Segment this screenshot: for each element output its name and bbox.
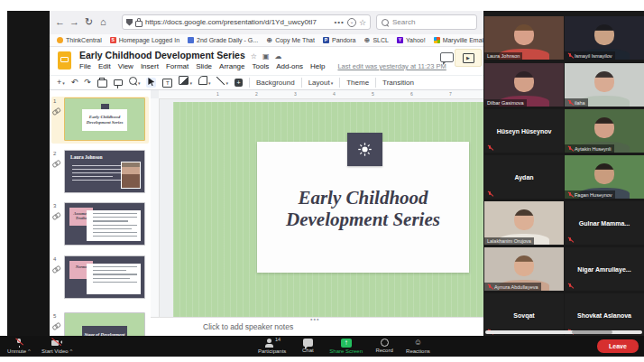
smore-icon: S	[110, 37, 116, 43]
page-actions-icon[interactable]: •••	[335, 18, 345, 26]
transition-button[interactable]: Transition	[382, 79, 414, 87]
last-edit-link[interactable]: Last edit was yesterday at 11:23 PM	[337, 62, 446, 70]
audio-options-caret[interactable]: ^	[28, 348, 31, 354]
bookmark-thinkcentral[interactable]: ThinkCentral	[57, 37, 102, 43]
menu-tools[interactable]: Tools	[253, 62, 270, 70]
undo-button[interactable]: ↶	[71, 76, 78, 89]
paint-format-button[interactable]	[114, 79, 123, 86]
menu-arrange[interactable]: Arrange	[219, 62, 244, 70]
theme-button[interactable]: Theme	[346, 79, 369, 87]
reactions-button[interactable]: ☺ Reactions	[406, 338, 430, 354]
zoom-button[interactable]: ▾	[129, 76, 141, 90]
mic-muted-icon	[567, 237, 573, 243]
print-button[interactable]	[97, 79, 107, 88]
sun-badge[interactable]	[347, 133, 382, 166]
background-button[interactable]: Background	[256, 79, 295, 87]
participant-tile-ilaha[interactable]: ilaha	[565, 63, 644, 107]
forward-button[interactable]: →	[69, 15, 79, 28]
select-tool-button[interactable]	[146, 78, 156, 88]
record-button[interactable]: Record	[373, 338, 396, 354]
participant-tile-laura-johnson[interactable]: Laura Johnson	[484, 16, 564, 60]
insert-line-button[interactable]: ▾	[216, 76, 228, 90]
new-slide-button[interactable]: +▾	[57, 76, 65, 90]
bookmark-maryville-email[interactable]: Maryville Email	[434, 37, 483, 43]
menu-format[interactable]: Format	[166, 62, 189, 70]
menu-slide[interactable]: Slide	[196, 62, 212, 70]
menu-view[interactable]: View	[118, 62, 133, 70]
menu-help[interactable]: Help	[310, 62, 325, 70]
chat-button[interactable]: Chat	[296, 338, 319, 354]
participant-tile-huseyn-huseynov[interactable]: Hüseyn Hüseynov	[484, 109, 564, 153]
document-title[interactable]: Early Childhood Development Series☆▣☁	[79, 50, 282, 60]
participant-tile-ismayil-ismayilov[interactable]: Ismayil Ismayilov	[565, 16, 644, 60]
present-button[interactable]: ▶	[455, 49, 482, 67]
text-box-button[interactable]: T	[162, 79, 172, 88]
participant-tile-gulnar[interactable]: Gulnar Mamma...	[565, 201, 644, 245]
url-bar[interactable]: https://docs.google.com/presentation/d/1…	[122, 14, 371, 30]
tracking-shield-icon[interactable]	[126, 19, 133, 26]
menu-insert[interactable]: Insert	[141, 62, 159, 70]
participant-tile-shovkat-aslanova[interactable]: Shovkat Aslanova	[565, 293, 644, 336]
bookmark-star-icon[interactable]: ☆	[359, 18, 366, 27]
menu-file[interactable]: File	[79, 62, 91, 70]
menu-addons[interactable]: Add-ons	[276, 62, 303, 70]
unmute-button[interactable]: Unmute^	[7, 338, 31, 354]
zoom-toolbar: Unmute^ Start Video^ 14 Participants Cha…	[0, 336, 644, 357]
bookmark-pandora[interactable]: PPandora	[323, 37, 355, 43]
participant-tile-aynura-abdullayeva[interactable]: Aynura Abdullayeva	[484, 247, 564, 291]
leave-button[interactable]: Leave	[597, 339, 639, 353]
home-button[interactable]: ⌂	[100, 15, 106, 28]
bookmark-yahoo[interactable]: YYahoo!	[397, 37, 426, 43]
link-icon	[52, 160, 60, 167]
insert-image-button[interactable]: ▾	[179, 76, 192, 90]
participant-tile-aytakin-huseynli[interactable]: Aytakin Huseynli	[565, 109, 644, 153]
slide-title-text[interactable]: Early Childhood Development Series	[257, 187, 469, 230]
reload-button[interactable]: ↻	[85, 15, 93, 28]
participant-tile-dilbar-gasimova[interactable]: Dilbar Gasimova	[484, 63, 564, 107]
participant-tile-fagan-huseynov[interactable]: Fagan Huseynov	[565, 155, 644, 199]
bookmark-homepage[interactable]: SHomepage Logged In	[110, 37, 179, 43]
slide-thumbnail-3[interactable]: 3 Assumed Truths	[51, 201, 149, 248]
url-text[interactable]: https://docs.google.com/presentation/d/1…	[145, 18, 332, 26]
menu-edit[interactable]: Edit	[98, 62, 111, 70]
start-video-button[interactable]: Start Video^	[41, 338, 72, 354]
participant-tile-nigar[interactable]: Nigar Amrullaye...	[565, 247, 644, 291]
slide-thumbnail-5[interactable]: 5 Stage of Development	[51, 311, 149, 336]
back-button[interactable]: ←	[55, 15, 65, 28]
slide-thumbnail-2[interactable]: 2 Laura Johnson	[51, 149, 149, 196]
participants-button[interactable]: 14 Participants	[258, 338, 286, 354]
notes-resize-handle[interactable]: •••	[310, 316, 319, 322]
slide-thumbnail-1[interactable]: 1 Early Childhood Development Series	[51, 97, 149, 144]
search-bar[interactable]: Search	[376, 14, 477, 30]
cloud-status-icon: ☁	[275, 52, 282, 60]
gallery-scrollbar[interactable]	[485, 330, 642, 334]
slide-number: 5	[53, 313, 56, 319]
layout-button[interactable]: Layout▾	[308, 79, 334, 87]
bookmark-2nd-grade-daily[interactable]: 2nd Grade Daily - G...	[188, 37, 258, 43]
search-placeholder[interactable]: Search	[392, 18, 415, 26]
participant-tile-lalakhanim-orujova[interactable]: Lalakhanim Orujova	[484, 201, 564, 245]
notes-placeholder[interactable]: Click to add speaker notes	[203, 322, 293, 331]
comments-icon[interactable]	[440, 52, 454, 62]
slide-thumbnail-4[interactable]: 4 Norms	[51, 255, 149, 302]
participant-tile-sovqat[interactable]: Sovqat	[484, 293, 564, 336]
pandora-icon: P	[323, 37, 329, 43]
slide-canvas[interactable]: 1 2 3 4 5 6 7 Early Childhood Developmen…	[151, 90, 483, 336]
bookmark-slcl[interactable]: ⊕SLCL	[363, 37, 389, 43]
participant-name: Hüseyn Hüseynov	[484, 109, 564, 153]
sun-icon	[357, 142, 373, 157]
participant-tile-aydan[interactable]: Aydan	[484, 155, 564, 199]
insert-comment-button[interactable]: +	[235, 79, 243, 87]
current-slide[interactable]: Early Childhood Development Series	[173, 102, 483, 317]
video-options-caret[interactable]: ^	[70, 348, 73, 354]
redo-button[interactable]: ↷	[84, 76, 91, 89]
speaker-notes-bar[interactable]: ••• Click to add speaker notes	[151, 317, 483, 336]
share-screen-button[interactable]: ↑ Share Screen	[329, 338, 363, 354]
participant-name: Nigar Amrullaye...	[565, 247, 644, 291]
pocket-icon[interactable]: ⌄	[347, 18, 356, 27]
star-icon[interactable]: ☆	[251, 52, 257, 60]
move-folder-icon[interactable]: ▣	[262, 52, 270, 60]
insert-shape-button[interactable]: ▾	[198, 76, 211, 90]
bookmark-copy-me-that[interactable]: ⊕Copy Me That	[266, 37, 315, 43]
participants-icon: 14	[266, 338, 278, 348]
